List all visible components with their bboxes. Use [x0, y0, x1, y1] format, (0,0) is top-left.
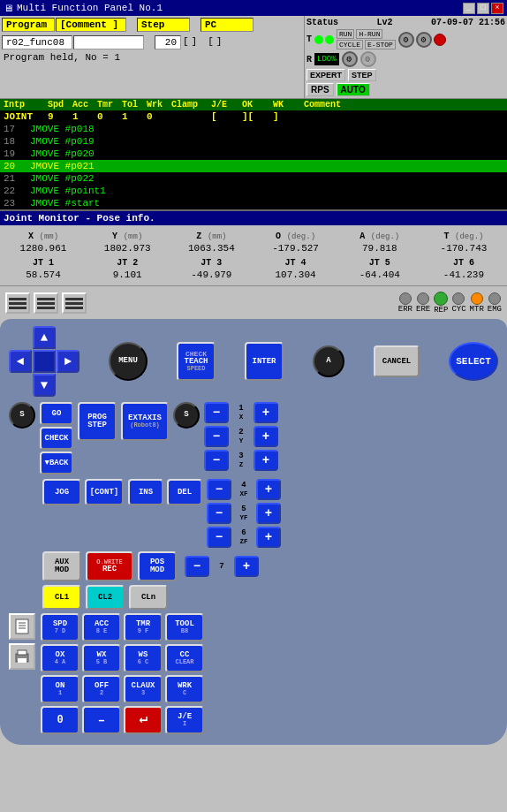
jog-button[interactable]: JOG	[42, 479, 81, 505]
jm-h-x: X (mm)	[4, 231, 83, 241]
gear-icon4: ⚙	[360, 51, 376, 67]
pendant-row5: CL1 CL2 CLn	[42, 585, 498, 610]
wrk-button[interactable]: WRKC	[165, 675, 204, 703]
prog-line-23[interactable]: 23 JMOVE #start	[0, 197, 507, 209]
dpad-up[interactable]: ▲	[33, 326, 56, 349]
prog-line-17[interactable]: 17 JMOVE #p018	[0, 123, 507, 135]
prog-line-18[interactable]: 18 JMOVE #p019	[0, 135, 507, 148]
wx-button[interactable]: WX5 B	[82, 644, 121, 672]
axis-3z-minus[interactable]: −	[204, 450, 229, 471]
jm-v-t: -170.743	[424, 243, 503, 254]
dpad-down[interactable]: ▼	[33, 374, 56, 397]
jm-h-y: Y (mm)	[87, 231, 167, 241]
axis-1x-plus[interactable]: +	[254, 402, 278, 423]
cancel-button[interactable]: CANCEL	[374, 345, 420, 377]
axis-1x-row: − 1X +	[204, 402, 278, 423]
cycle-btn[interactable]: CYCLE	[337, 40, 363, 49]
claux-button[interactable]: CLAUX3	[124, 675, 163, 703]
toolbar-icon1[interactable]	[5, 292, 30, 314]
off-button[interactable]: OFF2	[82, 675, 121, 703]
jm-title: Joint Monitor - Pose info.	[0, 211, 507, 225]
run-btn[interactable]: RUN	[337, 29, 354, 39]
step-btn[interactable]: STEP	[348, 69, 376, 81]
minus-button[interactable]: –	[82, 706, 121, 734]
zero-button[interactable]: 0	[41, 706, 79, 734]
inter-button[interactable]: INTER	[245, 342, 284, 381]
cl1-button[interactable]: CL1	[42, 585, 81, 610]
check-teach-speed-button[interactable]: CHECK TEACH SPEED	[177, 342, 216, 381]
axis-7-minus[interactable]: −	[185, 556, 209, 577]
axis-3z-plus[interactable]: +	[254, 450, 278, 471]
axis-7-plus[interactable]: +	[234, 556, 259, 577]
axis-2y-minus[interactable]: −	[204, 426, 229, 447]
select-button[interactable]: SELECT	[449, 342, 498, 381]
dpad-right[interactable]: ►	[57, 350, 79, 373]
line-content-20: JMOVE #p021	[30, 161, 503, 171]
axis-4xf-minus[interactable]: −	[207, 479, 231, 500]
prog-line-22[interactable]: 22 JMOVE #point1	[0, 185, 507, 197]
a-button[interactable]: A	[313, 345, 344, 377]
titlebar: 🖥 Multi Function Panel No.1 _ □ ×	[0, 0, 507, 16]
cl2-button[interactable]: CL2	[86, 585, 125, 610]
axis-7-row: − 7 +	[185, 556, 259, 577]
pendant-row3: JOG [CONT] INS DEL − 4XF	[9, 479, 498, 548]
brackets4: ]	[216, 35, 223, 49]
enter-button[interactable]: ↵	[124, 706, 163, 734]
del-button[interactable]: DEL	[167, 479, 202, 505]
jm-v-jt2: 9.101	[87, 269, 167, 280]
hold-btn[interactable]: H-RUN	[356, 29, 382, 39]
s-button-right[interactable]: S	[173, 402, 200, 429]
toolbar-icon3[interactable]	[62, 292, 87, 314]
cln-button[interactable]: CLn	[129, 585, 168, 610]
menu-button[interactable]: MENU	[109, 342, 148, 381]
curr-comment	[304, 111, 503, 122]
owrite-rec-button[interactable]: O.WRITE REC	[86, 551, 133, 581]
ins-button[interactable]: INS	[128, 479, 163, 505]
axis-6zf-minus[interactable]: −	[207, 527, 231, 548]
cc-clear-button[interactable]: CCCLEAR	[165, 644, 204, 672]
dpad-left[interactable]: ◄	[9, 350, 32, 373]
pos-mod-button[interactable]: POS MOD	[138, 551, 177, 581]
tmr-button[interactable]: TMR9 F	[124, 613, 163, 641]
tool-button[interactable]: TOOLB8	[165, 613, 204, 641]
axis-5yf-minus[interactable]: −	[207, 503, 231, 524]
dpad-center[interactable]	[33, 350, 56, 373]
prog-line-19[interactable]: 19 JMOVE #p020	[0, 148, 507, 160]
curr-wrk: 0	[147, 111, 171, 122]
axis-4xf-row: − 4XF +	[207, 479, 281, 500]
prog-step-button[interactable]: PROG STEP	[78, 402, 117, 441]
axis-5yf-plus[interactable]: +	[256, 503, 281, 524]
back-button[interactable]: ▼ BACK	[40, 452, 73, 474]
line-num-17: 17	[4, 124, 30, 134]
aux-mod-button[interactable]: AUX MOD	[42, 551, 81, 581]
close-button[interactable]: ×	[491, 3, 503, 14]
prog-line-20[interactable]: 20 JMOVE #p021	[0, 160, 507, 172]
jm-v-jt6: -41.239	[424, 269, 503, 280]
spd-button[interactable]: SPD7 D	[41, 613, 79, 641]
axis-6zf-plus[interactable]: +	[256, 527, 281, 548]
jm-h-jt1: JT 1	[4, 257, 83, 268]
acc-button[interactable]: ACC8 E	[82, 613, 121, 641]
je-button[interactable]: J/EI	[165, 706, 204, 734]
maximize-button[interactable]: □	[477, 3, 489, 14]
on-button[interactable]: ON1	[41, 675, 79, 703]
prog-line-21[interactable]: 21 JMOVE #p022	[0, 172, 507, 185]
axis-1x-minus[interactable]: −	[204, 402, 229, 423]
auto-btn[interactable]: AUTO	[337, 83, 370, 96]
rps-btn[interactable]: RPS	[306, 83, 334, 96]
page-icon[interactable]	[9, 613, 35, 640]
toolbar-icon2[interactable]	[34, 292, 58, 314]
minimize-button[interactable]: _	[463, 3, 475, 14]
go-button[interactable]: GO	[40, 402, 73, 425]
axis-2y-plus[interactable]: +	[254, 426, 278, 447]
axis-4xf-plus[interactable]: +	[256, 479, 281, 500]
cont-button[interactable]: [CONT]	[85, 479, 124, 505]
estop-btn[interactable]: E-STOP	[365, 40, 396, 49]
ws-button[interactable]: WS6 C	[124, 644, 163, 672]
extaxis-button[interactable]: EXTAXIS (Robot8)	[121, 402, 169, 441]
ox-button[interactable]: OX4 A	[41, 644, 79, 672]
expert-btn[interactable]: EXPERT	[306, 69, 345, 81]
print-icon[interactable]	[9, 643, 35, 670]
s-button-left[interactable]: S	[9, 402, 35, 429]
check-button[interactable]: CHECK	[40, 427, 73, 450]
